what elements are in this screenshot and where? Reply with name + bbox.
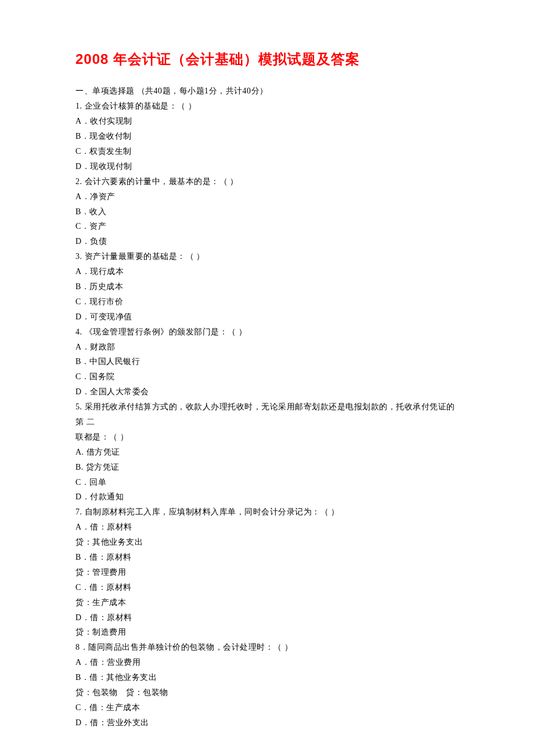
text-line: 一、单项选择题 （共40题，每小题1分，共计40分） — [75, 84, 459, 99]
text-line: D．现收现付制 — [75, 159, 459, 174]
text-line: A．收付实现制 — [75, 114, 459, 129]
text-line: B．收入 — [75, 204, 459, 219]
text-line: B．现金收付制 — [75, 129, 459, 144]
text-line: A．借：营业费用 — [75, 655, 459, 670]
text-line: 8．随同商品出售并单独计价的包装物，会计处理时：（ ） — [75, 640, 459, 655]
text-line: C．现行市价 — [75, 294, 459, 309]
text-line: B．历史成本 — [75, 279, 459, 294]
text-line: 7. 自制原材料完工入库，应填制材料入库单，同时会计分录记为：（ ） — [75, 505, 459, 520]
text-line: 5. 采用托收承付结算方式的，收款人办理托收时，无论采用邮寄划款还是电报划款的，… — [75, 399, 459, 430]
text-line: C．借：生产成本 — [75, 700, 459, 715]
text-line: D．可变现净值 — [75, 309, 459, 325]
text-line: 1. 企业会计核算的基础是：（ ） — [75, 99, 459, 114]
text-line: 贷：管理费用 — [75, 565, 459, 580]
text-line: C．回单 — [75, 475, 459, 490]
text-line: 贷：其他业务支出 — [75, 535, 459, 550]
text-line: 联都是：（ ） — [75, 430, 459, 445]
text-line: C．借：原材料 — [75, 580, 459, 595]
document-body: 一、单项选择题 （共40题，每小题1分，共计40分）1. 企业会计核算的基础是：… — [75, 84, 459, 730]
text-line: C．国务院 — [75, 369, 459, 384]
text-line: B．借：其他业务支出 — [75, 670, 459, 685]
text-line: A. 借方凭证 — [75, 445, 459, 460]
text-line: D．全国人大常委会 — [75, 384, 459, 399]
text-line: B．借：原材料 — [75, 550, 459, 565]
text-line: A．借：原材料 — [75, 520, 459, 535]
text-line: A．现行成本 — [75, 264, 459, 279]
text-line: 3. 资产计量最重要的基础是：（ ） — [75, 249, 459, 264]
text-line: D．借：原材料 — [75, 610, 459, 625]
text-line: A．财政部 — [75, 340, 459, 355]
text-line: B. 贷方凭证 — [75, 460, 459, 475]
text-line: C．权责发生制 — [75, 144, 459, 159]
text-line: A．净资产 — [75, 189, 459, 204]
text-line: D．借：营业外支出 — [75, 715, 459, 730]
text-line: 2. 会计六要素的计量中，最基本的是：（ ） — [75, 174, 459, 189]
text-line: 货：生产成本 — [75, 595, 459, 610]
text-line: 贷：制造费用 — [75, 625, 459, 640]
text-line: B．中国人民银行 — [75, 354, 459, 369]
text-line: D．负债 — [75, 234, 459, 249]
text-line: 贷：包装物 贷：包装物 — [75, 685, 459, 700]
document-title: 2008 年会计证（会计基础）模拟试题及答案 — [75, 46, 459, 72]
text-line: 4. 《现金管理暂行条例》的颁发部门是：（ ） — [75, 325, 459, 340]
text-line: D．付款通知 — [75, 489, 459, 505]
text-line: C．资产 — [75, 219, 459, 234]
